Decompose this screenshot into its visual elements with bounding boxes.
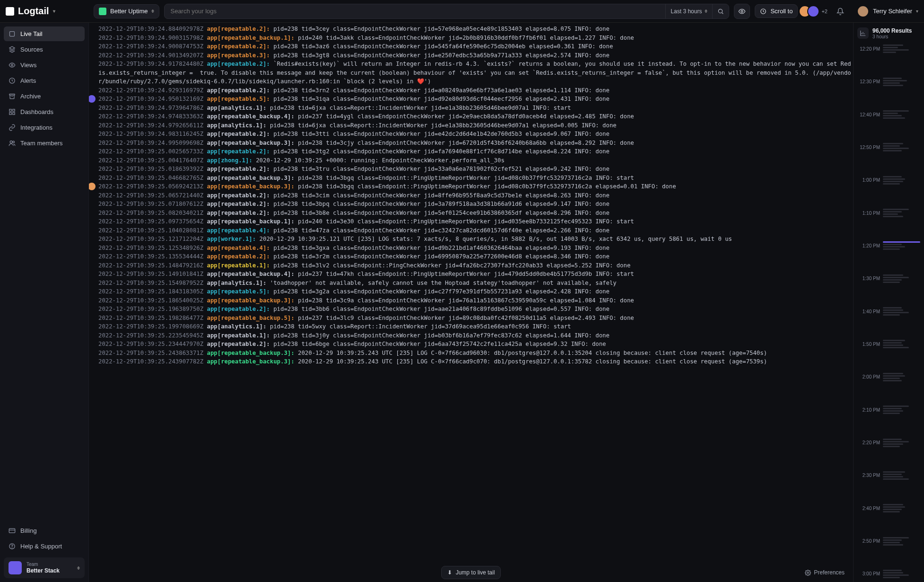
search-input[interactable] (165, 8, 665, 15)
search-bar: Last 3 hours (164, 4, 729, 19)
timeline-row[interactable]: 3:00 PM (857, 569, 920, 579)
log-app: app[repeatable.5]: (207, 96, 270, 102)
team-switcher[interactable]: Team Better Stack (4, 557, 85, 578)
log-line[interactable]: 2022-12-29T10:39:25.082034021Z app[repea… (98, 209, 853, 218)
timeline-label: 2:00 PM (857, 374, 880, 379)
svg-point-4 (11, 64, 13, 66)
log-line[interactable]: 2022-12-29T10:39:25.198286477Z app[repea… (98, 314, 853, 323)
timeline-row[interactable]: 1:00 PM (857, 175, 920, 185)
log-app: app[analytics.1]: (207, 122, 267, 129)
log-body: pid=238 tid=6jxa class=Report::IncidentW… (266, 105, 571, 111)
sidebar-item-integrations[interactable]: Integrations (4, 120, 85, 135)
sidebar-item-views[interactable]: Views (4, 58, 85, 72)
visibility-toggle[interactable] (734, 4, 750, 19)
sidebar-item-alerts[interactable]: Alerts (4, 73, 85, 88)
log-app: app[repeatable_backup.3]: (207, 350, 295, 356)
log-viewer[interactable]: 2022-12-29T10:39:24.884092978Z app[repea… (98, 25, 853, 366)
log-line[interactable]: 2022-12-29T10:39:24.995099698Z app[repea… (98, 139, 853, 148)
timeline-row[interactable]: 2:40 PM (857, 503, 920, 513)
timeline-row[interactable]: 1:40 PM (857, 306, 920, 317)
sidebar-item-dashboards[interactable]: Dashboards (4, 105, 85, 119)
user-menu[interactable]: Terry Schleifer ▾ (857, 5, 918, 18)
log-line[interactable]: 2022-12-29T10:39:24.950132169Z app[repea… (98, 95, 853, 104)
timeline-row[interactable]: 2:30 PM (857, 470, 920, 481)
log-line[interactable]: 2022-12-29T10:39:24.901349207Z app[repea… (98, 51, 853, 60)
timeline-row[interactable]: 2:50 PM (857, 536, 920, 547)
timeline-row[interactable]: 1:10 PM (857, 208, 920, 218)
brand[interactable]: Logtail ▾ (6, 6, 89, 17)
log-line[interactable]: 2022-12-29T10:39:25.121712204Z app[worke… (98, 235, 853, 244)
timeline-row[interactable]: 12:30 PM (857, 77, 920, 87)
log-timestamp: 2022-12-29T10:39:25.071807612Z (98, 201, 203, 207)
log-body: pid=238 tid=3tti class=EndpointCheckWork… (270, 131, 610, 137)
log-line[interactable]: 2022-12-29T10:39:24.900315798Z app[repea… (98, 34, 853, 43)
log-line[interactable]: 2022-12-29T10:39:24.900874753Z app[repea… (98, 42, 853, 51)
log-line[interactable]: 2022-12-29T10:39:25.148479216Z app[repea… (98, 261, 853, 270)
timeline-label: 1:50 PM (857, 342, 880, 347)
notifications-button[interactable] (832, 4, 848, 19)
timeline-row[interactable]: 1:50 PM (857, 339, 920, 349)
preferences-button[interactable]: Preferences (805, 569, 845, 576)
team-logo-icon (9, 561, 22, 574)
log-line[interactable]: 2022-12-29T10:39:25.243863371Z app[repea… (98, 349, 853, 358)
log-line[interactable]: 2022-12-29T10:39:25.199708669Z app[analy… (98, 322, 853, 331)
scroll-to-button[interactable]: Scroll to (755, 4, 798, 18)
timeline-row[interactable]: 12:40 PM (857, 109, 920, 120)
log-line[interactable]: 2022-12-29T10:39:25.223545945Z app[repea… (98, 331, 853, 340)
timeline-row[interactable]: 12:20 PM (857, 44, 920, 54)
log-line[interactable]: 2022-12-29T10:39:25.149101841Z app[repea… (98, 270, 853, 279)
log-line[interactable]: 2022-12-29T10:39:25.104028081Z app[repea… (98, 226, 853, 235)
timeline-bars (883, 406, 920, 414)
sidebar-item-archive[interactable]: Archive (4, 89, 85, 104)
chart-icon[interactable] (857, 27, 869, 39)
log-line[interactable]: 2022-12-29T10:39:25.018639392Z app[repea… (98, 165, 853, 174)
log-line[interactable]: 2022-12-29T10:39:24.974833363Z app[repea… (98, 112, 853, 121)
log-line[interactable]: 2022-12-29T10:39:25.184318305Z app[repea… (98, 287, 853, 296)
log-line[interactable]: 2022-12-29T10:39:25.065721440Z app[repea… (98, 191, 853, 200)
timeline-histogram[interactable]: 12:20 PM12:30 PM12:40 PM12:50 PM1:00 PM1… (857, 43, 920, 579)
log-line[interactable]: 2022-12-29T10:39:24.983116245Z app[repea… (98, 130, 853, 139)
service-selector[interactable]: Better Uptime (94, 4, 159, 18)
sidebar-item-billing[interactable]: Billing (4, 523, 85, 538)
timeline-row[interactable]: 2:00 PM (857, 372, 920, 382)
presence-avatars[interactable]: +2 (802, 5, 828, 18)
log-line[interactable]: 2022-12-29T10:39:25.002565733Z app[repea… (98, 147, 853, 156)
time-range-selector[interactable]: Last 3 hours (665, 4, 712, 19)
log-line[interactable]: 2022-12-29T10:39:25.097375654Z app[repea… (98, 217, 853, 226)
log-line[interactable]: 2022-12-29T10:39:25.243907782Z app[repea… (98, 357, 853, 366)
sidebar-item-sources[interactable]: Sources (4, 42, 85, 57)
timeline-bars (883, 340, 920, 348)
sidebar-item-help-support[interactable]: Help & Support (4, 539, 85, 554)
log-line[interactable]: 2022-12-29T10:39:25.234447970Z app[repea… (98, 340, 853, 349)
timeline-row[interactable]: 2:10 PM (857, 405, 920, 415)
log-line[interactable]: 2022-12-29T10:39:24.979265611Z app[analy… (98, 121, 853, 130)
log-line[interactable]: 2022-12-29T10:39:25.056924213Z app[repea… (98, 182, 853, 191)
sidebar-item-team-members[interactable]: Team members (4, 136, 85, 150)
log-line[interactable]: 2022-12-29T10:39:25.135534444Z app[repea… (98, 252, 853, 261)
log-line[interactable]: 2022-12-29T10:39:25.004176407Z app[zhong… (98, 156, 853, 165)
log-line[interactable]: 2022-12-29T10:39:25.196389750Z app[repea… (98, 305, 853, 314)
sidebar-item-label: Sources (20, 46, 43, 53)
timeline-row[interactable]: 1:20 PM (857, 240, 920, 251)
brand-logo-icon (6, 7, 14, 16)
log-line[interactable]: 2022-12-29T10:39:24.929316979Z app[repea… (98, 86, 853, 95)
timeline-row[interactable]: 1:30 PM (857, 273, 920, 284)
log-line[interactable]: 2022-12-29T10:39:24.973964786Z app[analy… (98, 104, 853, 113)
log-line[interactable]: 2022-12-29T10:39:24.917824480Z app[repea… (98, 60, 853, 86)
log-line[interactable]: 2022-12-29T10:39:25.154987952Z app[analy… (98, 279, 853, 288)
log-line[interactable]: 2022-12-29T10:39:25.046682765Z app[repea… (98, 174, 853, 183)
log-line[interactable]: 2022-12-29T10:39:25.071807612Z app[repea… (98, 200, 853, 209)
log-app: app[repeatable.2]: (207, 201, 270, 207)
log-line[interactable]: 2022-12-29T10:39:25.186540025Z app[repea… (98, 296, 853, 305)
sidebar-item-live-tail[interactable]: Live Tail (4, 26, 85, 41)
timeline-row[interactable]: 12:50 PM (857, 142, 920, 152)
service-icon (99, 8, 106, 15)
timeline-label: 2:40 PM (857, 506, 880, 511)
brand-name: Logtail (18, 6, 49, 17)
timeline-row[interactable]: 2:20 PM (857, 438, 920, 448)
log-line[interactable]: 2022-12-29T10:39:24.884092978Z app[repea… (98, 25, 853, 34)
jump-to-live-tail-button[interactable]: ⬇ Jump to live tail (441, 566, 501, 579)
log-timestamp: 2022-12-29T10:39:24.973964786Z (98, 105, 203, 111)
log-line[interactable]: 2022-12-29T10:39:25.125348926Z app[repea… (98, 244, 853, 253)
search-button[interactable] (712, 4, 729, 19)
